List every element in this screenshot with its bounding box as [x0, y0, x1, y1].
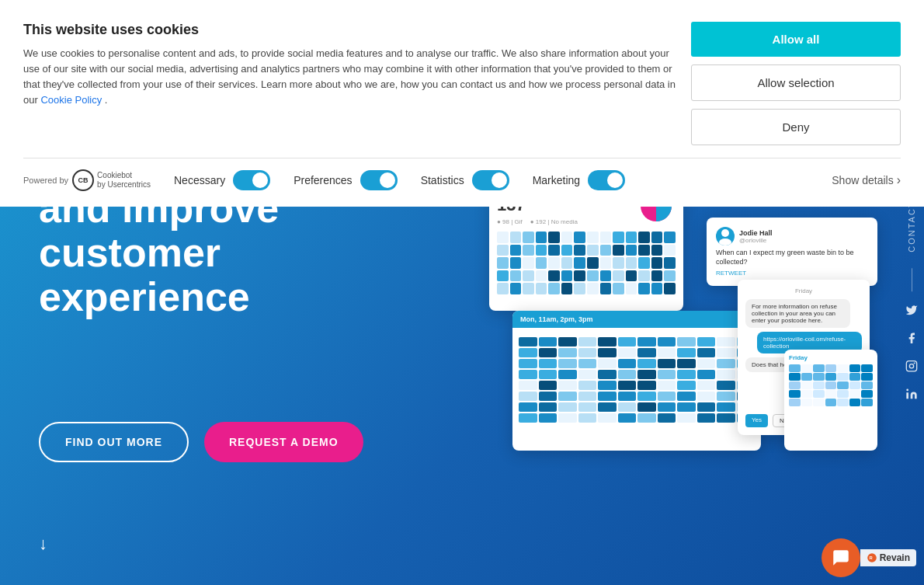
instagram-icon[interactable]: [905, 360, 918, 375]
svg-point-9: [906, 389, 908, 392]
scroll-down-icon: ↓: [39, 534, 47, 553]
cookie-top-section: This website uses cookies We use cookies…: [23, 22, 901, 145]
social-divider: [912, 268, 912, 291]
retweet-label: RETWEET: [716, 270, 868, 277]
hero-line2: customer: [39, 231, 279, 275]
toggle-marketing[interactable]: [588, 170, 625, 190]
request-demo-button[interactable]: REQUEST A DEMO: [204, 422, 363, 462]
find-out-more-button[interactable]: FIND OUT MORE: [39, 422, 189, 462]
cookie-title: This website uses cookies: [23, 22, 676, 38]
mini-calendar-card: Friday: [784, 350, 877, 451]
toggle-statistics[interactable]: [472, 170, 509, 190]
calendar-card: Mon, 11am, 2pm, 3pm: [512, 311, 761, 451]
cookie-text-area: This website uses cookies We use cookies…: [23, 22, 676, 109]
tweet-name: Jodie Hall: [739, 229, 773, 237]
toggle-group-marketing: Marketing: [533, 170, 625, 190]
mini-calendar-grid: [789, 364, 873, 406]
allow-selection-button[interactable]: Allow selection: [691, 64, 901, 101]
revain-label: R Revain: [860, 549, 916, 566]
toggle-preferences[interactable]: [360, 170, 398, 190]
tweet-avatar: [716, 227, 735, 245]
mini-cal-header: Friday: [789, 354, 873, 361]
tweet-card: Jodie Hall @orloville When can I expect …: [707, 218, 877, 286]
allow-all-button[interactable]: Allow all: [691, 22, 901, 57]
powered-by-label: Powered by: [23, 176, 68, 185]
cookie-body-text2: .: [105, 94, 108, 106]
chat-date: Friday: [745, 287, 862, 294]
svg-rect-6: [906, 361, 916, 371]
toggle-slider-preferences[interactable]: [360, 170, 398, 190]
facebook-icon[interactable]: [905, 332, 918, 347]
revain-chat-icon[interactable]: [822, 538, 860, 577]
svg-point-5: [719, 239, 731, 245]
toggle-group-necessary: Necessary: [174, 170, 270, 190]
revain-text: Revain: [880, 552, 910, 563]
linkedin-icon[interactable]: [905, 388, 918, 403]
revain-widget[interactable]: R Revain: [822, 538, 916, 577]
toggle-necessary[interactable]: [233, 170, 270, 190]
twitter-icon[interactable]: [905, 304, 918, 319]
hero-line3: experience: [39, 275, 279, 319]
cookie-toggles-row: Powered by CB Cookiebot by Usercentrics …: [23, 169, 901, 191]
cookie-divider: [23, 158, 901, 158]
cookiebot-name: Cookiebot: [97, 171, 151, 180]
toggle-slider-marketing[interactable]: [588, 170, 625, 190]
toggle-label-marketing: Marketing: [533, 174, 580, 186]
toggle-group-statistics: Statistics: [421, 170, 509, 190]
tweet-text: When can I expect my green waste bin to …: [716, 249, 868, 266]
cookiebot-text: Cookiebot by Usercentrics: [97, 171, 151, 190]
toggle-slider-necessary[interactable]: [233, 170, 270, 190]
calendar-grid: [512, 331, 761, 429]
svg-point-7: [909, 364, 913, 368]
cookie-body-text1: We use cookies to personalise content an…: [23, 47, 676, 106]
toggle-group-preferences: Preferences: [294, 170, 397, 190]
cookie-buttons-area: Allow all Allow selection Deny: [691, 22, 901, 145]
deny-button[interactable]: Deny: [691, 109, 901, 145]
scroll-indicator: ↓: [39, 534, 47, 554]
calendar-header: Mon, 11am, 2pm, 3pm: [512, 311, 761, 328]
svg-point-4: [721, 229, 729, 237]
social-sidebar: CONTACT US: [905, 182, 924, 404]
chat-bubble-incoming1: For more information on refuse collectio…: [745, 299, 850, 328]
show-details-link[interactable]: Show details ›: [832, 173, 901, 187]
yes-button[interactable]: Yes: [745, 414, 768, 427]
cookie-banner: This website uses cookies We use cookies…: [0, 0, 924, 207]
tweet-handle: @orloville: [739, 237, 773, 244]
show-details-label: Show details: [832, 174, 893, 186]
cookiebot-by: by Usercentrics: [97, 180, 151, 190]
heatmap-grid: [497, 232, 676, 294]
cookie-body: We use cookies to personalise content an…: [23, 46, 676, 109]
toggle-label-statistics: Statistics: [421, 174, 464, 186]
svg-point-8: [914, 363, 915, 364]
hero-buttons: FIND OUT MORE REQUEST A DEMO: [39, 422, 363, 462]
cookie-policy-link[interactable]: Cookie Policy: [40, 94, 102, 106]
toggle-slider-statistics[interactable]: [472, 170, 509, 190]
toggle-label-necessary: Necessary: [174, 174, 225, 186]
toggle-label-preferences: Preferences: [294, 174, 352, 186]
chevron-right-icon: ›: [897, 173, 901, 187]
revain-logo-icon: R: [867, 552, 877, 563]
cookiebot-logo-icon: CB: [72, 169, 94, 191]
cookiebot-brand: Powered by CB Cookiebot by Usercentrics: [23, 169, 151, 191]
